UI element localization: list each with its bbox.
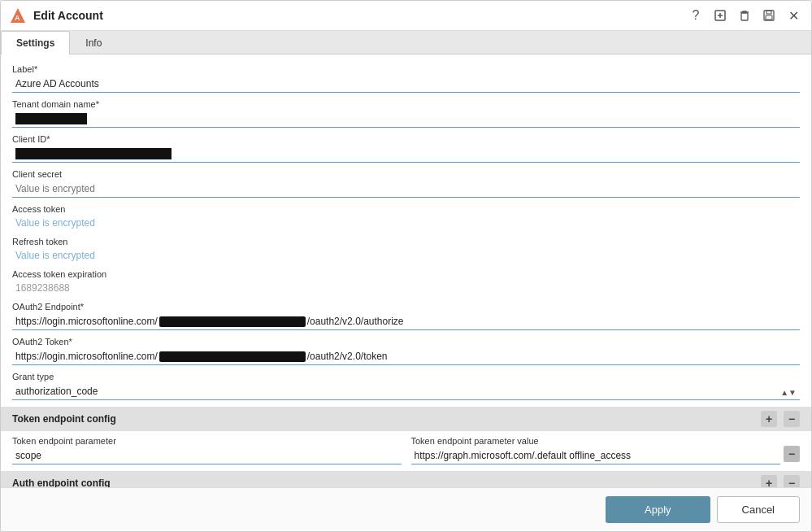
access-token-expiration-field-group: Access token expiration 1689238688 [12, 269, 800, 295]
auth-endpoint-config-actions: + − [761, 475, 800, 487]
token-endpoint-param-input[interactable] [12, 447, 402, 464]
grant-type-select[interactable]: authorization_code client_credentials im… [12, 383, 800, 400]
grant-type-field-group: Grant type authorization_code client_cre… [12, 372, 800, 400]
token-endpoint-param-row: Token endpoint parameter [12, 436, 402, 464]
svg-rect-3 [741, 13, 748, 20]
access-token-value: Value is encrypted [12, 216, 800, 230]
grant-type-select-wrapper: authorization_code client_credentials im… [12, 383, 800, 400]
access-token-expiration-value: 1689238688 [12, 281, 800, 295]
access-token-expiration-label: Access token expiration [12, 269, 800, 279]
token-endpoint-config-title: Token endpoint config [12, 413, 116, 425]
oauth2-token-suffix: /oauth2/v2.0/token [307, 351, 388, 362]
refresh-token-value: Value is encrypted [12, 248, 800, 263]
dialog-footer: Apply Cancel [1, 487, 811, 531]
svg-rect-6 [766, 15, 772, 20]
tab-info[interactable]: Info [70, 31, 117, 55]
auth-endpoint-remove-button[interactable]: − [784, 475, 800, 487]
oauth2-endpoint-prefix: https://login.microsoftonline.com/ [15, 316, 158, 327]
oauth2-token-prefix: https://login.microsoftonline.com/ [15, 351, 158, 362]
tab-settings[interactable]: Settings [1, 31, 70, 55]
dialog-title: Edit Account [33, 9, 103, 22]
client-id-field-group: Client ID* [12, 134, 800, 163]
auth-endpoint-add-button[interactable]: + [761, 475, 777, 487]
export-icon [714, 9, 727, 22]
titlebar-actions: ? ✕ [686, 6, 803, 25]
label-field-label: Label* [12, 64, 800, 74]
titlebar: A Edit Account ? [1, 1, 811, 31]
token-endpoint-config-header: Token endpoint config + − [1, 407, 811, 431]
client-secret-field-group: Client secret [12, 169, 800, 198]
oauth2-endpoint-redacted [159, 316, 306, 327]
tabs-bar: Settings Info [1, 31, 811, 55]
label-field-group: Label* [12, 64, 800, 93]
token-endpoint-config-actions: + − [761, 411, 800, 427]
client-id-input[interactable] [12, 146, 800, 163]
client-secret-input[interactable] [12, 181, 800, 198]
token-endpoint-row-remove-button[interactable]: − [784, 446, 800, 462]
access-token-field-group: Access token Value is encrypted [12, 204, 800, 230]
token-endpoint-remove-button[interactable]: − [784, 411, 800, 427]
oauth2-token-redacted [159, 351, 306, 362]
token-endpoint-param-field: Token endpoint parameter [12, 436, 402, 464]
export-button[interactable] [710, 6, 730, 25]
token-endpoint-value-field: Token endpoint parameter value [411, 436, 781, 464]
save-icon [762, 9, 775, 22]
tenant-domain-field-group: Tenant domain name* [12, 99, 800, 128]
refresh-token-field-group: Refresh token Value is encrypted [12, 237, 800, 263]
oauth2-endpoint-suffix: /oauth2/v2.0/authorize [307, 316, 404, 327]
delete-icon [738, 9, 751, 22]
help-button[interactable]: ? [686, 6, 706, 25]
close-button[interactable]: ✕ [784, 6, 803, 25]
oauth2-token-field-group: OAuth2 Token* https://login.microsoftonl… [12, 337, 800, 365]
oauth2-endpoint-field-group: OAuth2 Endpoint* https://login.microsoft… [12, 302, 800, 330]
settings-content: Label* Tenant domain name* Client ID* Cl… [1, 55, 811, 487]
cancel-button[interactable]: Cancel [717, 496, 800, 523]
svg-text:A: A [15, 14, 20, 22]
apply-button[interactable]: Apply [606, 496, 710, 523]
token-endpoint-param-label: Token endpoint parameter [12, 436, 402, 446]
token-endpoint-config-row: Token endpoint parameter Token endpoint … [12, 436, 800, 464]
client-secret-label: Client secret [12, 169, 800, 179]
delete-button[interactable] [735, 6, 754, 25]
auth-endpoint-config-header: Auth endpoint config + − [1, 471, 811, 487]
oauth2-token-label: OAuth2 Token* [12, 337, 800, 347]
tenant-domain-input[interactable] [12, 111, 800, 128]
titlebar-left: A Edit Account [9, 7, 103, 24]
edit-account-dialog: A Edit Account ? [0, 0, 812, 532]
token-endpoint-value-input[interactable] [411, 447, 781, 464]
token-endpoint-value-row: Token endpoint parameter value − [411, 436, 801, 464]
access-token-label: Access token [12, 204, 800, 214]
label-input[interactable] [12, 76, 800, 93]
oauth2-endpoint-label: OAuth2 Endpoint* [12, 302, 800, 312]
token-endpoint-value-label: Token endpoint parameter value [411, 436, 781, 446]
auth-endpoint-config-title: Auth endpoint config [12, 477, 111, 487]
refresh-token-label: Refresh token [12, 237, 800, 246]
save-button[interactable] [759, 6, 779, 25]
grant-type-label: Grant type [12, 372, 800, 382]
app-icon: A [9, 7, 27, 24]
tenant-domain-label: Tenant domain name* [12, 99, 800, 109]
token-endpoint-add-button[interactable]: + [761, 411, 777, 427]
client-id-label: Client ID* [12, 134, 800, 144]
